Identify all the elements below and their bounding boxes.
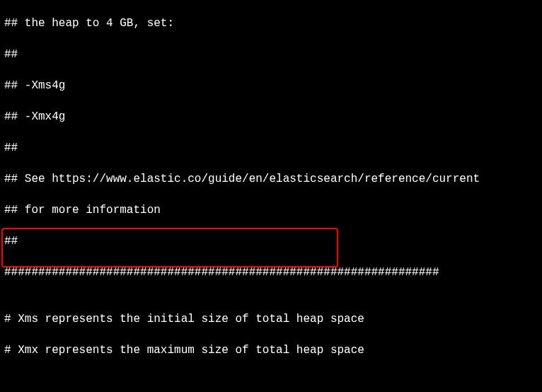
comment-line: ## xyxy=(4,47,538,62)
comment-line: ## the heap to 4 GB, set: xyxy=(4,16,538,31)
comment-line: ## -Xmx4g xyxy=(4,109,538,125)
comment-line: ## See https://www.elastic.co/guide/en/e… xyxy=(4,171,538,187)
comment-line: ## xyxy=(4,234,538,249)
comment-line: # Xms represents the initial size of tot… xyxy=(4,311,538,327)
comment-line: ## for more information xyxy=(4,202,538,218)
comment-line: # Xmx represents the maximum size of tot… xyxy=(4,342,538,358)
comment-line: ## xyxy=(4,140,538,156)
terminal-editor[interactable]: ## the heap to 4 GB, set: ## ## -Xms4g #… xyxy=(0,0,542,392)
comment-line: ## -Xms4g xyxy=(4,78,538,93)
divider-line: ########################################… xyxy=(4,265,538,280)
